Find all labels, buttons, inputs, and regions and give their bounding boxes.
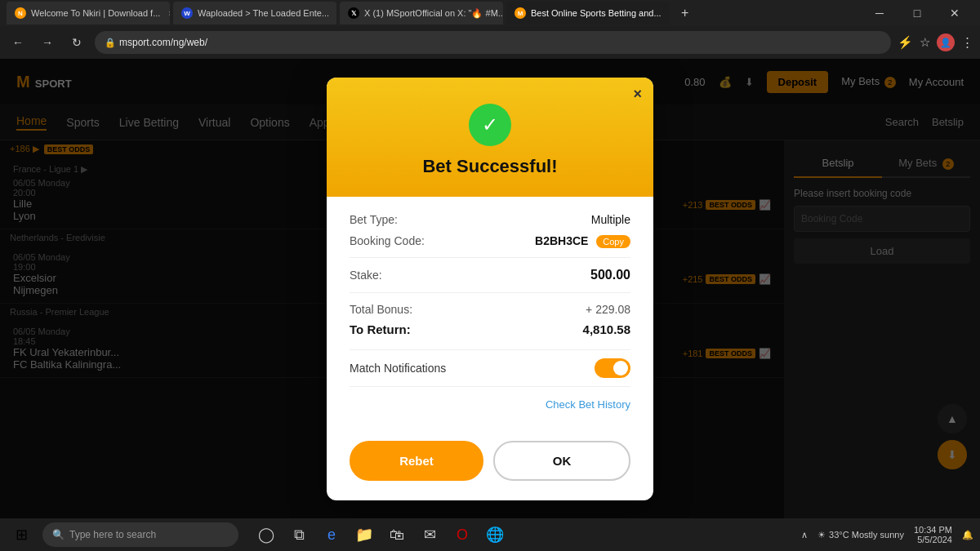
tab-favicon-3: 𝕏 [348,7,359,19]
tab-1[interactable]: N Welcome To Nkiri | Download f... × [7,2,170,24]
new-tab-button[interactable]: + [673,2,696,24]
clock-date: 5/5/2024 [914,535,952,544]
taskbar-opera[interactable]: O [448,520,477,549]
tab-favicon-4: M [514,7,526,19]
close-button[interactable]: ✕ [936,0,973,26]
stake-value: 500.00 [590,268,630,282]
tab-close-1[interactable]: × [168,9,170,18]
address-bar: ← → ↻ 🔒 msport.com/ng/web/ ⚡ ☆ 👤 ⋮ [0,26,980,59]
return-row: To Return: 4,810.58 [350,322,630,336]
booking-code-container: B2BH3CE Copy [535,234,630,247]
notifications-icon[interactable]: 🔔 [962,530,973,540]
website-content: M SPORT 0.80 💰 ⬇ Deposit My Bets 2 My Ac… [0,59,980,518]
bet-type-value: Multiple [591,213,630,226]
tab-label-1: Welcome To Nkiri | Download f... [31,8,160,18]
profile-icon[interactable]: 👤 [937,33,955,51]
url-text: msport.com/ng/web/ [119,37,207,48]
tab-label-2: Waploaded > The Loaded Ente... [198,8,329,18]
taskbar-chrome[interactable]: 🌐 [480,520,510,549]
url-bar[interactable]: 🔒 msport.com/ng/web/ [95,31,891,54]
window-controls: ─ □ ✕ [861,0,973,26]
booking-code-value: B2BH3CE [535,234,588,247]
stake-label: Stake: [350,269,382,282]
modal-footer: Rebet OK [327,441,653,500]
bet-type-label: Bet Type: [350,213,398,226]
success-icon: ✓ [469,104,511,146]
modal-body: Bet Type: Multiple Booking Code: B2BH3CE… [327,197,653,441]
star-icon[interactable]: ☆ [920,35,930,50]
taskbar: ⊞ 🔍 Type here to search ◯ ⧉ e 📁 🛍 ✉ O 🌐 … [0,518,980,551]
back-button[interactable]: ← [7,31,29,54]
minimize-button[interactable]: ─ [861,0,898,26]
taskbar-cortana[interactable]: ◯ [252,520,281,549]
maximize-button[interactable]: □ [898,0,936,26]
tab-favicon-2: W [181,7,193,19]
taskbar-store[interactable]: 🛍 [382,520,412,549]
taskbar-search[interactable]: 🔍 Type here to search [42,522,238,547]
modal-title: Bet Successful! [346,156,634,177]
taskbar-up-arrow[interactable]: ∧ [801,530,808,540]
divider-1 [350,257,630,258]
taskbar-edge[interactable]: e [317,520,346,549]
title-bar: N Welcome To Nkiri | Download f... × W W… [0,0,980,26]
booking-code-label-modal: Booking Code: [350,234,425,247]
taskbar-taskview[interactable]: ⧉ [284,520,314,549]
weather-display: ☀ 33°C Mostly sunny [817,530,904,540]
weather-text: 33°C Mostly sunny [829,530,904,540]
bonus-label: Total Bonus: [350,303,412,316]
forward-button[interactable]: → [36,31,59,54]
taskbar-mail[interactable]: ✉ [415,520,444,549]
weather-icon: ☀ [817,530,826,540]
tab-label-3: X (1) MSportOfficial on X: "🔥 #M... [364,8,503,19]
tab-favicon-1: N [15,7,26,19]
check-history-container: Check Bet History [350,397,630,411]
notifications-row: Match Notifications [350,349,630,387]
divider-2 [350,292,630,293]
tab-4[interactable]: M Best Online Sports Betting and... × [506,2,670,24]
return-value: 4,810.58 [583,322,630,336]
check-history-link[interactable]: Check Bet History [546,398,630,411]
return-label: To Return: [350,322,411,336]
bonus-row: Total Bonus: + 229.08 [350,303,630,316]
tab-label-4: Best Online Sports Betting and... [531,8,662,18]
modal-overlay[interactable]: × ✓ Bet Successful! Bet Type: Multiple B… [0,59,980,518]
stake-row: Stake: 500.00 [350,268,630,282]
tab-3[interactable]: 𝕏 X (1) MSportOfficial on X: "🔥 #M... × [340,2,503,24]
start-button[interactable]: ⊞ [7,520,36,549]
bet-success-modal: × ✓ Bet Successful! Bet Type: Multiple B… [327,78,653,500]
notifications-toggle[interactable] [595,358,630,378]
clock-time: 10:34 PM [914,525,952,535]
booking-code-row: Booking Code: B2BH3CE Copy [350,234,630,247]
copy-button[interactable]: Copy [596,235,630,248]
taskbar-right: ∧ ☀ 33°C Mostly sunny 10:34 PM 5/5/2024 … [801,525,973,544]
taskbar-files[interactable]: 📁 [350,520,379,549]
extensions-icon[interactable]: ⚡ [898,35,913,50]
browser-toolbar: ⚡ ☆ 👤 ⋮ [898,33,973,51]
bet-type-row: Bet Type: Multiple [350,213,630,226]
modal-close-button[interactable]: × [633,86,642,103]
menu-icon[interactable]: ⋮ [961,35,973,50]
ok-button[interactable]: OK [493,441,630,481]
bonus-value: + 229.08 [586,303,630,316]
search-icon: 🔍 [52,529,65,540]
taskbar-search-label: Type here to search [69,529,156,540]
tab-2[interactable]: W Waploaded > The Loaded Ente... × [173,2,336,24]
rebet-button[interactable]: Rebet [350,441,483,481]
taskbar-center-icons: ◯ ⧉ e 📁 🛍 ✉ O 🌐 [252,520,510,549]
notifications-label: Match Notifications [350,362,446,375]
reload-button[interactable]: ↻ [65,31,88,54]
taskbar-clock: 10:34 PM 5/5/2024 [914,525,952,544]
toggle-knob [613,361,628,375]
modal-header: × ✓ Bet Successful! [327,78,653,197]
